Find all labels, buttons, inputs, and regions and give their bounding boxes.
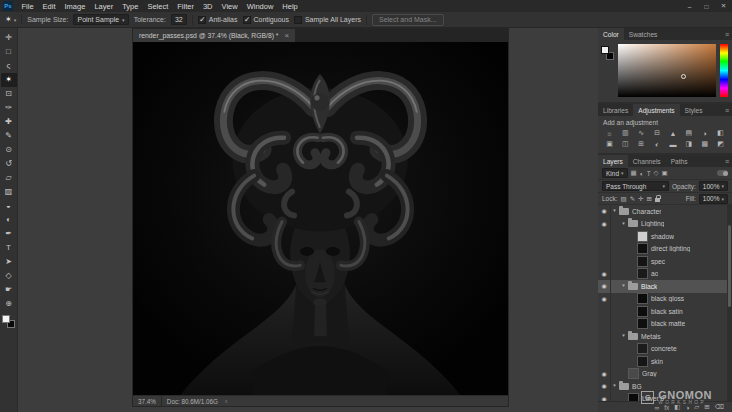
layer-row[interactable]: ◉ Gray	[598, 368, 732, 381]
tab-styles[interactable]: Styles	[680, 104, 708, 116]
visibility-toggle[interactable]: ◉	[598, 205, 611, 218]
anti-alias-checkbox[interactable]: Anti-alias	[198, 16, 238, 24]
invert-icon[interactable]: ◐	[650, 139, 665, 149]
layer-row[interactable]: ◉ black gloss	[598, 293, 732, 306]
canvas[interactable]	[133, 42, 508, 395]
visibility-toggle[interactable]: ◉	[598, 230, 611, 243]
layer-row[interactable]: ◉ Character	[598, 205, 732, 218]
hand-tool[interactable]: ☛	[1, 283, 17, 297]
expand-toggle-icon[interactable]	[620, 284, 627, 289]
panel-menu-icon[interactable]: ≡	[725, 155, 732, 167]
marquee-tool[interactable]: □	[1, 45, 17, 59]
menu-item[interactable]: Type	[118, 0, 143, 12]
visibility-toggle[interactable]: ◉	[598, 355, 611, 368]
gradient-tool[interactable]: ▨	[1, 185, 17, 199]
lock-position-icon[interactable]: ✛	[638, 195, 643, 203]
foreground-color-swatch[interactable]	[2, 315, 10, 323]
opacity-field[interactable]: 100% ▾	[699, 181, 728, 191]
expand-toggle-icon[interactable]	[620, 334, 627, 339]
gradient-map-icon[interactable]: ▩	[697, 139, 712, 149]
layer-row[interactable]: ◉ Lighting	[598, 218, 732, 231]
move-tool[interactable]: ✛	[1, 31, 17, 45]
tab-layers[interactable]: Layers	[598, 155, 628, 167]
lock-all-icon[interactable]	[655, 198, 660, 202]
menu-item[interactable]: Filter	[173, 0, 199, 12]
hue-slider[interactable]	[720, 44, 728, 97]
scrollbar-thumb[interactable]	[728, 225, 731, 307]
document-tab[interactable]: render_passes.psd @ 37.4% (Black, RGB/8)…	[133, 29, 295, 42]
layer-row[interactable]: ◉ black satin	[598, 305, 732, 318]
tolerance-input[interactable]: 32	[171, 14, 187, 25]
lock-pixels-icon[interactable]: ✎	[630, 195, 635, 203]
healing-brush-tool[interactable]: ✚	[1, 115, 17, 129]
levels-icon[interactable]: ▥	[618, 128, 633, 138]
visibility-toggle[interactable]: ◉	[598, 318, 611, 331]
dodge-tool[interactable]: ◐	[1, 213, 17, 227]
layer-row[interactable]: ◉ direct lighting	[598, 243, 732, 256]
menu-item[interactable]: Image	[60, 0, 90, 12]
checkbox-box[interactable]	[198, 16, 206, 24]
foreground-color-swatch[interactable]	[601, 46, 609, 54]
delete-layer-icon[interactable]: ⌫	[715, 403, 724, 411]
select-and-mask-button[interactable]: Select and Mask...	[372, 14, 444, 26]
black-white-icon[interactable]: ◧	[713, 128, 728, 138]
menu-item[interactable]: Layer	[90, 0, 118, 12]
layer-row[interactable]: ◉ Black	[598, 280, 732, 293]
blend-mode-dropdown[interactable]: Pass Through ▾	[602, 181, 669, 191]
menu-item[interactable]: 3D	[198, 0, 217, 12]
maximize-button[interactable]: □	[698, 0, 715, 12]
layer-row[interactable]: ◉ spec	[598, 255, 732, 268]
menu-item[interactable]: Help	[278, 0, 302, 12]
hue-saturation-icon[interactable]: ▤	[681, 128, 696, 138]
minimize-button[interactable]: –	[681, 0, 698, 12]
expand-toggle-icon[interactable]	[620, 222, 627, 227]
expand-toggle-icon[interactable]	[611, 209, 618, 214]
sample-all-layers-checkbox[interactable]: Sample All Layers	[294, 16, 361, 24]
adjustment-layer-filter-icon[interactable]: ◐	[640, 170, 644, 177]
layers-scrollbar[interactable]	[727, 205, 732, 401]
visibility-toggle[interactable]: ◉	[598, 268, 611, 281]
visibility-toggle[interactable]: ◉	[598, 393, 611, 402]
menu-item[interactable]: File	[17, 0, 38, 12]
tab-color[interactable]: Color	[598, 28, 624, 40]
path-selection-tool[interactable]: ➤	[1, 255, 17, 269]
expand-toggle-icon[interactable]	[611, 384, 618, 389]
shape-layer-filter-icon[interactable]: ◇	[654, 169, 659, 177]
tab-swatches[interactable]: Swatches	[624, 28, 663, 40]
magic-wand-tool[interactable]: ✶	[1, 73, 17, 87]
history-brush-tool[interactable]: ↺	[1, 157, 17, 171]
curves-icon[interactable]: ∿	[634, 128, 649, 138]
menu-item[interactable]: Select	[143, 0, 173, 12]
pixel-layer-filter-icon[interactable]: ▦	[631, 169, 637, 177]
color-lookup-icon[interactable]: ⊞	[634, 139, 649, 149]
exposure-icon[interactable]: ⊟	[650, 128, 665, 138]
close-button[interactable]: ✕	[715, 0, 732, 12]
visibility-toggle[interactable]: ◉	[598, 280, 611, 293]
contiguous-checkbox[interactable]: Contiguous	[243, 16, 289, 24]
crop-tool[interactable]: ⊡	[1, 87, 17, 101]
visibility-toggle[interactable]: ◉	[598, 305, 611, 318]
visibility-toggle[interactable]: ◉	[598, 330, 611, 343]
tab-adjustments[interactable]: Adjustments	[633, 104, 679, 116]
shape-tool[interactable]: ◇	[1, 269, 17, 283]
fill-field[interactable]: 100% ▾	[699, 194, 728, 204]
layer-row[interactable]: ◉ Metals	[598, 330, 732, 343]
lock-transparency-icon[interactable]: ▨	[621, 195, 627, 203]
checkbox-box[interactable]	[294, 16, 302, 24]
visibility-toggle[interactable]: ◉	[598, 343, 611, 356]
photo-filter-icon[interactable]: ▣	[602, 139, 617, 149]
visibility-toggle[interactable]: ◉	[598, 255, 611, 268]
smart-object-filter-icon[interactable]: ▣	[662, 169, 668, 177]
filter-toggle[interactable]	[717, 170, 728, 176]
visibility-toggle[interactable]: ◉	[598, 293, 611, 306]
lock-artboard-icon[interactable]: ⊞	[647, 195, 652, 203]
status-chevron-icon[interactable]: ›	[225, 398, 227, 405]
menu-item[interactable]: Edit	[38, 0, 60, 12]
layer-row[interactable]: ◉ skin	[598, 355, 732, 368]
sample-size-dropdown[interactable]: Point Sample ▾	[73, 14, 128, 25]
tab-paths[interactable]: Paths	[666, 155, 693, 167]
selective-color-icon[interactable]: ◩	[713, 139, 728, 149]
eraser-tool[interactable]: ▱	[1, 171, 17, 185]
clone-stamp-tool[interactable]: ⊙	[1, 143, 17, 157]
layer-row[interactable]: ◉ shadow	[598, 230, 732, 243]
